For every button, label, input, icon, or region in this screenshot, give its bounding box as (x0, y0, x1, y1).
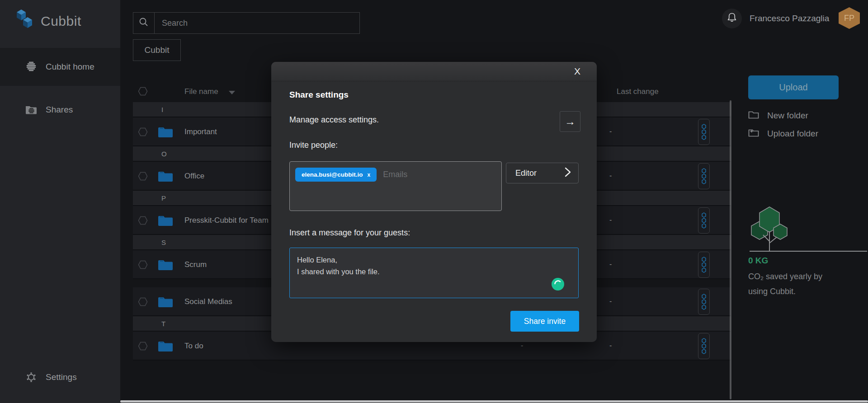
manage-access-arrow-button[interactable]: → (560, 111, 580, 132)
search-icon (138, 16, 150, 30)
new-folder-icon (748, 110, 759, 121)
vertical-scrollbar[interactable] (730, 100, 731, 399)
file-name: Important (184, 127, 217, 136)
row-menu-button[interactable] (698, 207, 710, 234)
folder-icon (158, 295, 173, 309)
gear-icon (25, 372, 38, 383)
sort-desc-icon (229, 91, 235, 94)
logo-wordmark: Cubbit (41, 14, 81, 29)
search-box (133, 12, 360, 34)
row-checkbox[interactable] (138, 297, 148, 308)
file-size: - (521, 342, 523, 350)
upload-button[interactable]: Upload (748, 75, 839, 99)
cubbit-cubes-icon (16, 9, 35, 33)
folder-icon (158, 340, 173, 354)
row-menu-button[interactable] (698, 333, 710, 359)
letter-group-label: S (161, 239, 166, 246)
new-folder-label: New folder (767, 111, 808, 121)
close-icon[interactable]: X (574, 66, 580, 77)
manage-access-label: Manage access settings. (289, 115, 379, 125)
arrow-right-icon: → (565, 115, 576, 127)
sidebar-item-cubbit-home[interactable]: Cubbit home (0, 48, 120, 86)
row-checkbox[interactable] (138, 260, 148, 271)
notifications-button[interactable] (722, 9, 742, 28)
sidebar-item-label: Cubbit home (46, 62, 94, 72)
sidebar-item-label: Shares (46, 105, 73, 115)
row-checkbox[interactable] (138, 172, 148, 183)
row-checkbox[interactable] (138, 342, 148, 352)
file-last-change: - (609, 260, 612, 268)
user-name[interactable]: Francesco Pazzaglia (750, 14, 829, 23)
modal-title: Share settings (289, 90, 349, 100)
upload-folder-label: Upload folder (767, 129, 818, 139)
bell-icon (726, 12, 738, 25)
emails-input-box[interactable]: elena.busi@cubbit.io x (289, 161, 502, 211)
invite-people-label: Invite people: (289, 141, 338, 150)
letter-group-label: O (161, 150, 167, 158)
column-header-last-change[interactable]: Last change (617, 87, 659, 96)
file-name: Office (184, 172, 204, 181)
folder-icon (158, 214, 173, 228)
cubbit-logo[interactable]: Cubbit (16, 9, 81, 33)
file-name: Social Medias (184, 297, 232, 306)
remove-chip-icon[interactable]: x (367, 172, 370, 178)
letter-group-label: I (161, 106, 163, 113)
file-last-change: - (609, 216, 612, 224)
email-chip-text: elena.busi@cubbit.io (302, 171, 363, 178)
breadcrumb-cubbit[interactable]: Cubbit (133, 39, 181, 61)
letter-group-label: T (161, 320, 165, 328)
co2-tree-illustration (746, 204, 867, 257)
row-menu-button[interactable] (698, 289, 710, 315)
folder-icon (158, 258, 173, 272)
row-menu-button[interactable] (698, 163, 710, 189)
email-chip: elena.busi@cubbit.io x (295, 168, 377, 182)
avatar[interactable]: FP (839, 7, 860, 29)
folder-icon (158, 170, 173, 184)
letter-group-label: P (161, 194, 166, 202)
sidebar-item-settings[interactable]: Settings (0, 364, 120, 390)
guest-message-label: Insert a message for your guests: (289, 228, 410, 238)
avatar-initials: FP (844, 14, 854, 23)
column-header-file-name[interactable]: File name (184, 87, 218, 96)
select-all-checkbox[interactable] (138, 87, 148, 98)
co2-saved-caption: CO₂ saved yearly by using Cubbit. (748, 269, 822, 299)
row-menu-button[interactable] (698, 252, 710, 278)
file-last-change: - (609, 342, 612, 350)
folder-icon (158, 126, 173, 140)
sidebar-item-shares[interactable]: Shares (0, 97, 120, 123)
swarm-sphere-icon (25, 61, 38, 73)
sidebar-item-label: Settings (46, 372, 77, 382)
file-last-change: - (609, 172, 612, 180)
file-name: Presskit-Cubbit for Team (184, 216, 269, 225)
emails-input[interactable] (383, 168, 496, 182)
file-last-change: - (609, 297, 612, 305)
row-menu-button[interactable] (698, 119, 710, 145)
upload-folder-icon (748, 128, 759, 139)
search-input[interactable] (155, 12, 360, 34)
app-window: Cubbit Cubbit home (0, 0, 868, 403)
file-name: To do (184, 342, 203, 351)
shared-folder-icon (25, 105, 38, 115)
upload-folder-button[interactable]: Upload folder (748, 128, 818, 139)
horizontal-scrollbar[interactable] (120, 400, 868, 403)
share-settings-modal: X Share settings Manage access settings.… (271, 62, 597, 342)
sidebar: Cubbit Cubbit home (0, 0, 120, 403)
share-invite-button[interactable]: Share invite (510, 311, 579, 332)
row-checkbox[interactable] (138, 127, 148, 138)
row-checkbox[interactable] (138, 216, 148, 227)
role-selected-value: Editor (515, 169, 537, 178)
role-selector[interactable]: Editor (506, 163, 579, 183)
search-icon-button[interactable] (133, 12, 155, 34)
chevron-right-icon (565, 167, 571, 179)
message-status-spinner-icon (551, 277, 565, 293)
guest-message-textarea[interactable]: Hello Elena, I shared with you the file. (289, 248, 579, 298)
new-folder-button[interactable]: New folder (748, 110, 808, 121)
co2-saved-value: 0 KG (748, 256, 768, 266)
file-name: Scrum (184, 260, 207, 269)
modal-header (271, 62, 597, 81)
file-last-change: - (609, 127, 612, 136)
